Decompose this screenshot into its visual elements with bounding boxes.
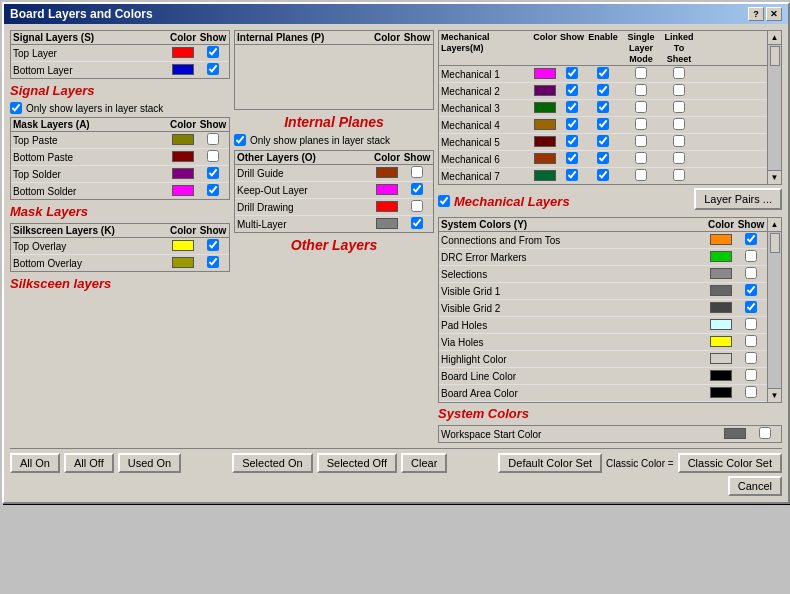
keepout-show[interactable]: [411, 183, 423, 195]
top-overlay-show[interactable]: [207, 239, 219, 251]
mech-scroll-thumb[interactable]: [770, 46, 780, 66]
classic-color-set-button[interactable]: Classic Color Set: [678, 453, 782, 473]
sys-scrollbar[interactable]: ▲ ▼: [768, 217, 782, 403]
padholes-show[interactable]: [745, 318, 757, 330]
drill-drawing-show[interactable]: [411, 200, 423, 212]
mech3-single[interactable]: [635, 101, 647, 113]
mech1-linked[interactable]: [673, 67, 685, 79]
drc-show[interactable]: [745, 250, 757, 262]
mech4-linked[interactable]: [673, 118, 685, 130]
mech1-show[interactable]: [566, 67, 578, 79]
selections-show[interactable]: [745, 267, 757, 279]
mech2-color[interactable]: [534, 85, 556, 96]
viaholes-show[interactable]: [745, 335, 757, 347]
mech4-enable[interactable]: [597, 118, 609, 130]
mech3-linked[interactable]: [673, 101, 685, 113]
mech3-show[interactable]: [566, 101, 578, 113]
close-button[interactable]: ✕: [766, 7, 782, 21]
multilayer-color[interactable]: [376, 218, 398, 229]
mech1-single[interactable]: [635, 67, 647, 79]
mech-enable-global-checkbox[interactable]: [438, 195, 450, 207]
drill-guide-show[interactable]: [411, 166, 423, 178]
mech7-linked[interactable]: [673, 169, 685, 181]
highlight-color[interactable]: [710, 353, 732, 364]
mech2-linked[interactable]: [673, 84, 685, 96]
mech6-show[interactable]: [566, 152, 578, 164]
boardarea-show[interactable]: [745, 386, 757, 398]
top-layer-show-checkbox[interactable]: [207, 46, 219, 58]
sys-scroll-down[interactable]: ▼: [768, 388, 781, 402]
mech-scrollbar[interactable]: ▲ ▼: [768, 30, 782, 185]
mech4-single[interactable]: [635, 118, 647, 130]
mech5-enable[interactable]: [597, 135, 609, 147]
mech5-show[interactable]: [566, 135, 578, 147]
mech3-enable[interactable]: [597, 101, 609, 113]
bottom-layer-color-cell[interactable]: [167, 64, 199, 77]
mech4-color[interactable]: [534, 119, 556, 130]
mech5-linked[interactable]: [673, 135, 685, 147]
top-overlay-color[interactable]: [172, 240, 194, 251]
mech-scroll-down[interactable]: ▼: [768, 170, 781, 184]
mech6-color[interactable]: [534, 153, 556, 164]
connections-color[interactable]: [710, 234, 732, 245]
grid1-show[interactable]: [745, 284, 757, 296]
cancel-button[interactable]: Cancel: [728, 476, 782, 496]
top-layer-color[interactable]: [172, 47, 194, 58]
mech1-enable[interactable]: [597, 67, 609, 79]
boardarea-color[interactable]: [710, 387, 732, 398]
mech4-show[interactable]: [566, 118, 578, 130]
bottom-layer-show-checkbox[interactable]: [207, 63, 219, 75]
mech2-show[interactable]: [566, 84, 578, 96]
bottom-solder-color[interactable]: [172, 185, 194, 196]
workspace-show[interactable]: [759, 427, 771, 439]
keepout-color[interactable]: [376, 184, 398, 195]
mech7-show[interactable]: [566, 169, 578, 181]
mech3-color[interactable]: [534, 102, 556, 113]
top-solder-color[interactable]: [172, 168, 194, 179]
mech6-linked[interactable]: [673, 152, 685, 164]
mech1-color[interactable]: [534, 68, 556, 79]
top-solder-show[interactable]: [207, 167, 219, 179]
top-paste-color[interactable]: [172, 134, 194, 145]
all-on-button[interactable]: All On: [10, 453, 60, 473]
mech7-single[interactable]: [635, 169, 647, 181]
drc-color[interactable]: [710, 251, 732, 262]
grid1-color[interactable]: [710, 285, 732, 296]
mech-scroll-up[interactable]: ▲: [768, 31, 781, 45]
multilayer-show[interactable]: [411, 217, 423, 229]
mech6-enable[interactable]: [597, 152, 609, 164]
top-paste-show[interactable]: [207, 133, 219, 145]
only-show-planes-checkbox[interactable]: [234, 134, 246, 146]
mech5-color[interactable]: [534, 136, 556, 147]
viaholes-color[interactable]: [710, 336, 732, 347]
mech2-single[interactable]: [635, 84, 647, 96]
sys-scroll-up[interactable]: ▲: [768, 218, 781, 232]
selected-off-button[interactable]: Selected Off: [317, 453, 397, 473]
bottom-paste-show[interactable]: [207, 150, 219, 162]
bottom-overlay-show[interactable]: [207, 256, 219, 268]
workspace-color[interactable]: [724, 428, 746, 439]
layer-pairs-button[interactable]: Layer Pairs ...: [694, 188, 782, 210]
bottom-layer-color[interactable]: [172, 64, 194, 75]
grid2-show[interactable]: [745, 301, 757, 313]
selections-color[interactable]: [710, 268, 732, 279]
top-layer-color-cell[interactable]: [167, 47, 199, 60]
drill-guide-color[interactable]: [376, 167, 398, 178]
boardline-show[interactable]: [745, 369, 757, 381]
used-on-button[interactable]: Used On: [118, 453, 181, 473]
boardline-color[interactable]: [710, 370, 732, 381]
mech5-single[interactable]: [635, 135, 647, 147]
selected-on-button[interactable]: Selected On: [232, 453, 313, 473]
bottom-solder-show[interactable]: [207, 184, 219, 196]
all-off-button[interactable]: All Off: [64, 453, 114, 473]
padholes-color[interactable]: [710, 319, 732, 330]
mech6-single[interactable]: [635, 152, 647, 164]
sys-scroll-thumb[interactable]: [770, 233, 780, 253]
grid2-color[interactable]: [710, 302, 732, 313]
mech7-color[interactable]: [534, 170, 556, 181]
bottom-paste-color[interactable]: [172, 151, 194, 162]
clear-button[interactable]: Clear: [401, 453, 447, 473]
help-button[interactable]: ?: [748, 7, 764, 21]
bottom-overlay-color[interactable]: [172, 257, 194, 268]
drill-drawing-color[interactable]: [376, 201, 398, 212]
